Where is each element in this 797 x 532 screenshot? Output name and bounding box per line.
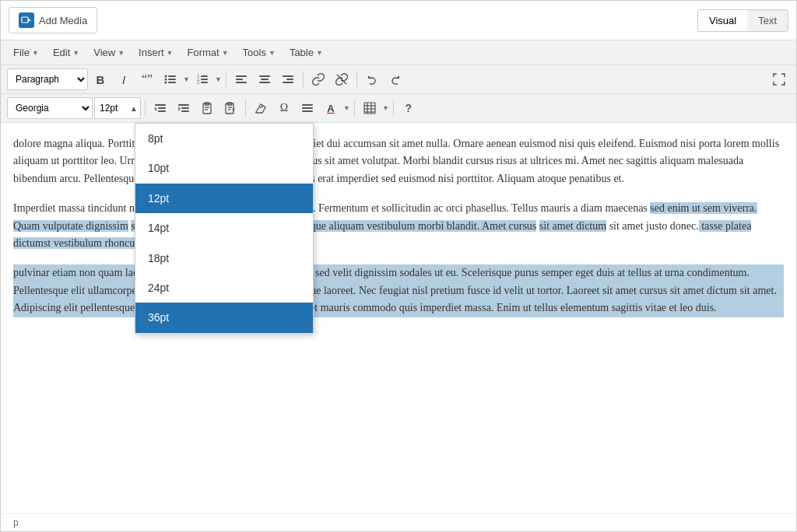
insert-chevron-icon: ▼	[167, 49, 174, 57]
separator-3	[356, 72, 357, 87]
dropdown-item-8pt[interactable]: 8pt	[135, 124, 313, 153]
svg-rect-21	[286, 79, 293, 80]
italic-button[interactable]: I	[113, 68, 135, 90]
view-tabs: Visual Text	[697, 9, 788, 32]
dropdown-item-36pt[interactable]: 36pt	[135, 303, 313, 332]
font-size-input[interactable]	[94, 97, 141, 119]
svg-rect-22	[283, 82, 293, 83]
separator-6	[354, 100, 355, 116]
svg-rect-42	[304, 106, 305, 107]
align-center-button[interactable]	[254, 68, 276, 90]
svg-rect-41	[302, 110, 313, 112]
tab-visual[interactable]: Visual	[698, 10, 747, 31]
svg-rect-0	[22, 17, 28, 23]
bold-button[interactable]: B	[90, 68, 111, 90]
svg-rect-15	[236, 79, 243, 80]
svg-rect-26	[158, 110, 166, 112]
outdent-button[interactable]	[149, 97, 171, 119]
unlink-button[interactable]	[331, 68, 353, 90]
svg-rect-11	[201, 79, 208, 80]
menu-file[interactable]: File ▼	[7, 44, 45, 61]
paragraph-2: Imperdiet massa tincidunt nunc pulvinar …	[13, 200, 784, 252]
align-right-button[interactable]	[277, 68, 299, 90]
dropdown-item-24pt[interactable]: 24pt	[135, 273, 313, 303]
paste-text-button[interactable]	[196, 97, 218, 119]
separator-4	[145, 100, 146, 116]
add-media-button[interactable]: Add Media	[9, 7, 97, 33]
svg-point-4	[165, 79, 167, 81]
special-char-button[interactable]: Ω	[273, 97, 295, 119]
separator-7	[393, 100, 394, 116]
align-left-button[interactable]	[230, 68, 252, 90]
font-color-button[interactable]: A	[320, 97, 342, 119]
add-media-icon	[19, 12, 34, 28]
menu-insert[interactable]: Insert ▼	[132, 44, 179, 61]
svg-rect-28	[181, 107, 189, 109]
svg-rect-5	[168, 79, 176, 80]
dropdown-item-14pt[interactable]: 14pt	[135, 213, 313, 243]
svg-rect-17	[259, 75, 270, 77]
status-tag: p	[13, 517, 19, 528]
table-button[interactable]	[359, 97, 381, 119]
blockquote-button[interactable]: “”	[136, 68, 158, 90]
svg-rect-39	[302, 104, 313, 106]
svg-rect-3	[168, 75, 176, 77]
svg-rect-16	[236, 82, 247, 83]
dropdown-item-10pt[interactable]: 10pt	[135, 153, 313, 183]
svg-rect-40	[302, 107, 313, 109]
dropdown-item-12pt[interactable]: 12pt	[135, 184, 313, 213]
svg-rect-24	[155, 104, 166, 106]
separator-1	[226, 72, 226, 87]
menu-tools[interactable]: Tools ▼	[237, 44, 282, 61]
svg-point-6	[165, 82, 167, 84]
svg-rect-7	[168, 82, 176, 83]
fullscreen-button[interactable]	[768, 68, 790, 90]
add-media-label: Add Media	[39, 15, 87, 26]
menu-edit[interactable]: Edit ▼	[47, 44, 86, 61]
svg-rect-29	[181, 110, 189, 112]
svg-line-23	[337, 75, 346, 84]
ordered-list-button[interactable]: 1.2.3.	[191, 68, 213, 90]
link-button[interactable]	[307, 68, 329, 90]
content-area[interactable]: 8pt 10pt 12pt 14pt 18pt 24pt 36pt dolore…	[1, 123, 796, 513]
eraser-button[interactable]	[250, 97, 272, 119]
svg-rect-18	[261, 79, 269, 80]
file-chevron-icon: ▼	[32, 49, 39, 57]
svg-marker-1	[28, 19, 31, 22]
menu-view[interactable]: View ▼	[87, 44, 131, 61]
redo-button[interactable]	[384, 68, 406, 90]
paste-word-button[interactable]	[219, 97, 241, 119]
svg-rect-13	[201, 82, 208, 83]
paragraph-3: pulvinar etiam non quam lacus suspendiss…	[13, 264, 784, 317]
undo-button[interactable]	[361, 68, 383, 90]
separator-2	[303, 72, 304, 87]
status-bar: p	[1, 513, 796, 531]
toolbar-row-1: Paragraph Heading 1 Heading 2 Heading 3 …	[1, 65, 796, 94]
separator-5	[245, 100, 246, 116]
dropdown-item-18pt[interactable]: 18pt	[135, 243, 313, 273]
indent-button[interactable]	[173, 97, 195, 119]
svg-rect-19	[259, 82, 270, 83]
editor-container: Add Media Visual Text File ▼ Edit ▼ View…	[0, 0, 797, 532]
format-chevron-icon: ▼	[222, 49, 229, 57]
help-button[interactable]: ?	[398, 97, 420, 119]
font-family-select[interactable]: Georgia Arial Verdana Times New Roman	[7, 97, 93, 119]
svg-line-38	[260, 106, 263, 108]
paragraph-select[interactable]: Paragraph Heading 1 Heading 2 Heading 3 …	[7, 68, 88, 90]
top-bar: Add Media Visual Text	[1, 1, 796, 40]
edit-chevron-icon: ▼	[72, 49, 79, 57]
horizontal-rule-button[interactable]	[297, 97, 318, 119]
toolbar-row-2: Georgia Arial Verdana Times New Roman ▲ …	[1, 94, 796, 123]
menu-format[interactable]: Format ▼	[181, 44, 235, 61]
table-chevron-icon: ▼	[316, 49, 323, 57]
tools-chevron-icon: ▼	[269, 49, 276, 57]
svg-rect-25	[158, 107, 166, 109]
unordered-list-button[interactable]	[160, 68, 181, 90]
font-size-dropdown[interactable]: 8pt 10pt 12pt 14pt 18pt 24pt 36pt	[135, 123, 314, 334]
menu-bar: File ▼ Edit ▼ View ▼ Insert ▼ Format ▼ T…	[1, 40, 796, 65]
tab-text[interactable]: Text	[747, 10, 788, 31]
view-chevron-icon: ▼	[118, 49, 125, 57]
menu-table[interactable]: Table ▼	[283, 44, 329, 61]
svg-point-2	[165, 75, 167, 78]
editor-content[interactable]: dolore magna aliqua. Porttitor interdum …	[13, 135, 784, 501]
